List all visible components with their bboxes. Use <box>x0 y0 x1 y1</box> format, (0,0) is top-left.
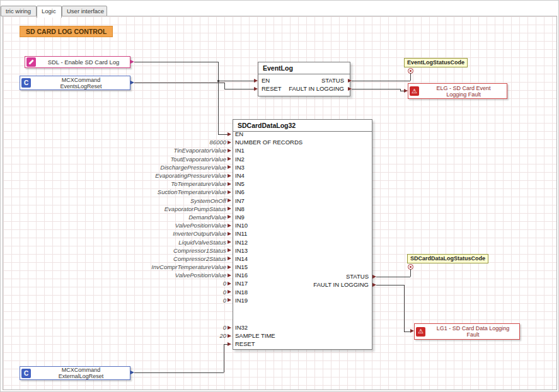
input-port-icon[interactable] <box>228 141 231 144</box>
input-port-name: IN32 <box>235 324 248 331</box>
wire <box>218 62 219 134</box>
input-row: SystemOnOff IN7 <box>114 197 303 205</box>
input-port-icon[interactable] <box>228 224 231 228</box>
input-row: ToTemperatureValue IN5 <box>114 180 303 188</box>
input-value-label[interactable]: 0 <box>114 297 226 304</box>
input-port-icon[interactable] <box>228 174 231 178</box>
input-port-icon[interactable] <box>228 165 231 169</box>
input-port-name: IN9 <box>235 214 245 221</box>
input-port-icon[interactable] <box>228 257 231 260</box>
output-port-name: FAULT IN LOGGING <box>313 281 369 288</box>
input-port-icon[interactable] <box>228 132 231 136</box>
wire <box>352 81 410 81</box>
wire <box>134 62 218 62</box>
input-value-label[interactable]: SystemOnOff <box>114 197 226 204</box>
function-block-title: EventLog <box>258 62 350 74</box>
input-value-label[interactable]: Compressor1Status <box>114 247 226 254</box>
input-value-label[interactable]: DischargePressureValue <box>114 164 226 171</box>
input-port-icon[interactable] <box>228 207 231 210</box>
input-value-label[interactable]: 0 <box>114 324 226 331</box>
input-port-icon[interactable] <box>228 149 231 153</box>
input-port-icon[interactable] <box>254 79 258 83</box>
input-value-label[interactable]: TinEvaporatorValue <box>114 147 226 154</box>
input-port-name: IN3 <box>235 164 245 171</box>
input-port-icon[interactable] <box>228 182 231 186</box>
input-value-label[interactable]: SuctionTemperatureValue <box>114 188 226 195</box>
input-port-icon[interactable] <box>228 157 231 161</box>
output-row: STATUS <box>278 76 352 84</box>
wire <box>134 372 224 373</box>
block-elg-sd-card-event-logging-fault[interactable]: ⚠ ELG - SD Card Event Logging Fault <box>408 83 507 99</box>
label-line2: EventsLogReset <box>60 83 101 89</box>
alarm-warning-icon: ⚠ <box>410 86 419 96</box>
input-value-label[interactable]: 0 <box>114 280 226 287</box>
block-label: MCXCommand EventsLogReset <box>32 77 130 89</box>
input-value-label[interactable]: EvaporatingPressureValue <box>114 172 226 179</box>
input-row: InverterOutputValue IN11 <box>114 229 303 238</box>
input-value-label[interactable]: InverterOutputValue <box>114 230 226 237</box>
input-value-label[interactable]: InvComprTemperatureValue <box>114 263 226 270</box>
input-value-label[interactable]: LiquidValveStatus <box>114 239 226 246</box>
wire <box>404 285 405 332</box>
input-port-icon[interactable] <box>228 190 231 194</box>
block-sdl-enable-sd-card-log[interactable]: SDL - Enable SD Card Log <box>25 56 130 68</box>
input-value-label[interactable]: 0 <box>114 289 226 296</box>
input-port-name: IN7 <box>235 197 245 204</box>
wire <box>376 285 404 285</box>
input-row: RESET <box>114 340 275 348</box>
input-port-icon[interactable] <box>228 240 231 244</box>
input-port-icon[interactable] <box>404 89 408 93</box>
sdcard-outputs: STATUS FAULT IN LOGGING <box>272 272 376 289</box>
input-port-icon[interactable] <box>228 248 231 252</box>
input-value-label[interactable]: ValvePositionValue <box>114 222 226 229</box>
input-row: 0 IN32 <box>114 323 275 331</box>
input-port-name: IN8 <box>235 205 245 212</box>
wire <box>400 91 404 91</box>
input-port-icon[interactable] <box>410 329 414 333</box>
block-mcxcommand-external-log-reset[interactable]: C MCXCommand ExternalLogReset <box>20 366 130 380</box>
input-port-name: IN1 <box>235 147 245 154</box>
input-row: ValvePositionValue IN10 <box>114 221 303 229</box>
input-port-icon[interactable] <box>228 334 231 338</box>
wire <box>352 89 400 89</box>
block-lg1-sd-card-data-logging-fault[interactable]: ⚠ LG1 - SD Card Data Logging Fault <box>414 323 520 340</box>
sdcard-inputs-bottom: 0 IN32 20 SAMPLE TIME RESET <box>114 323 275 349</box>
input-port-name: EN <box>262 77 270 84</box>
input-value-label[interactable]: DemandValue <box>114 214 226 221</box>
tab-user-interface[interactable]: User interface <box>62 6 107 16</box>
input-port-icon[interactable] <box>228 326 231 330</box>
input-port-icon[interactable] <box>228 342 231 346</box>
wire <box>224 344 224 372</box>
input-port-name: IN10 <box>235 222 248 229</box>
input-value-label[interactable]: ToutEvaporatorValue <box>114 156 226 163</box>
input-port-icon[interactable] <box>228 199 231 202</box>
input-value-label[interactable]: ValvePositionValue <box>114 272 226 279</box>
input-port-icon[interactable] <box>228 282 231 285</box>
status-code-eventlog[interactable]: EventLogStatusCode <box>404 58 468 67</box>
input-row: 20 SAMPLE TIME <box>114 331 275 340</box>
input-value-label[interactable]: 20 <box>114 332 226 339</box>
input-port-icon[interactable] <box>228 265 231 269</box>
eventlog-outputs: STATUS FAULT IN LOGGING <box>278 76 352 93</box>
input-row: InvComprTemperatureValue IN15 <box>114 263 303 271</box>
block-mcxcommand-events-log-reset[interactable]: C MCXCommand EventsLogReset <box>20 76 130 90</box>
input-port-name: IN4 <box>235 172 245 179</box>
block-label: ELG - SD Card Event Logging Fault <box>420 85 507 98</box>
input-value-label[interactable]: Compressor2Status <box>114 255 226 262</box>
input-value-label[interactable]: ToTemperatureValue <box>114 180 226 187</box>
input-port-icon[interactable] <box>228 290 231 294</box>
block-label: LG1 - SD Card Data Logging Fault <box>427 325 519 338</box>
input-port-icon[interactable] <box>254 87 258 91</box>
wire <box>404 331 410 332</box>
input-port-icon[interactable] <box>228 298 231 302</box>
input-port-name: IN14 <box>235 255 248 262</box>
tab-logic[interactable]: Logic <box>37 6 62 18</box>
input-value-label[interactable]: 86000 <box>114 139 226 146</box>
tab-electric-wiring[interactable]: tric wiring <box>1 6 37 16</box>
input-value-label[interactable]: EvaporatorPumpStatus <box>114 205 226 212</box>
input-port-icon[interactable] <box>228 215 231 219</box>
status-code-sdcarddatalog[interactable]: SDCardDataLogStatusCode <box>407 254 488 263</box>
input-port-icon[interactable] <box>228 274 231 277</box>
input-row: LiquidValveStatus IN12 <box>114 238 303 246</box>
input-port-icon[interactable] <box>228 232 231 236</box>
